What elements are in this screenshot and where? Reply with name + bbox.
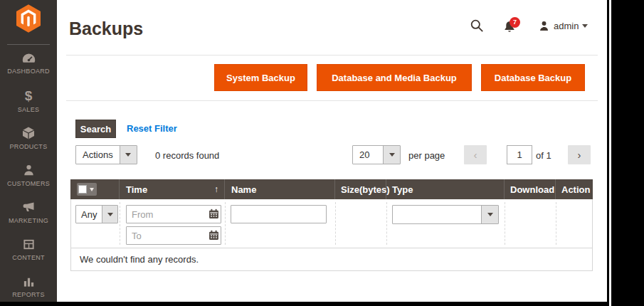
chevron-down-icon <box>90 188 94 191</box>
column-header-name[interactable]: Name <box>224 179 334 199</box>
grid-header-row: Time ↑ Name Size(bytes) Type Download Ac… <box>70 179 593 199</box>
column-header-label: Download <box>510 184 554 195</box>
database-media-backup-button[interactable]: Database and Media Backup <box>317 64 472 91</box>
column-header-label: Action <box>561 184 590 195</box>
sidebar-item-label: DASHBOARD <box>7 68 50 75</box>
select-all-column-header <box>70 179 119 199</box>
admin-account-menu[interactable]: admin <box>538 20 588 32</box>
chevron-down-icon <box>107 213 113 216</box>
select-all-checkbox[interactable] <box>78 185 87 194</box>
sidebar-item-reports[interactable]: REPORTS <box>0 273 57 302</box>
sidebar: DASHBOARD $ SALES PRODUCTS CUSTOMERS <box>0 0 57 302</box>
column-header-time[interactable]: Time ↑ <box>119 179 224 199</box>
actions-dropdown[interactable]: Actions <box>75 145 137 164</box>
per-page-select[interactable]: 20 <box>352 145 401 164</box>
dollar-icon: $ <box>25 88 33 104</box>
name-filter-input[interactable] <box>231 205 327 223</box>
system-backup-button[interactable]: System Backup <box>214 64 307 91</box>
chevron-down-icon <box>582 24 588 28</box>
sidebar-item-label: CUSTOMERS <box>7 180 50 187</box>
column-header-download[interactable]: Download <box>504 179 555 199</box>
user-avatar-icon <box>538 20 550 32</box>
chevron-down-icon <box>389 153 395 157</box>
column-header-label: Size(bytes) <box>341 184 390 195</box>
page-title: Backups <box>69 19 143 39</box>
records-found-text: 0 records found <box>155 150 219 161</box>
column-divider <box>120 202 120 245</box>
search-icon[interactable] <box>470 19 484 33</box>
mass-select-filter-value: Any <box>76 206 102 223</box>
reset-filter-link[interactable]: Reset Filter <box>127 123 177 134</box>
sidebar-item-sales[interactable]: $ SALES <box>0 88 57 122</box>
sort-ascending-icon[interactable]: ↑ <box>214 184 218 194</box>
mass-select-filter-dropdown[interactable]: Any <box>75 205 118 223</box>
gauge-icon <box>21 50 36 65</box>
chevron-down-icon <box>487 213 493 216</box>
layout-icon <box>22 236 36 252</box>
box-icon <box>21 125 36 141</box>
actions-dropdown-label: Actions <box>76 146 120 164</box>
sidebar-item-marketing[interactable]: MARKETING <box>0 199 57 233</box>
sidebar-item-customers[interactable]: CUSTOMERS <box>0 162 57 196</box>
column-divider <box>556 202 556 245</box>
sidebar-item-label: CONTENT <box>12 254 45 261</box>
type-filter-select[interactable] <box>392 205 499 224</box>
per-page-label: per page <box>408 150 445 161</box>
database-backup-button[interactable]: Database Backup <box>481 64 585 91</box>
column-header-type[interactable]: Type <box>386 179 504 199</box>
header-divider <box>66 55 598 56</box>
admin-username: admin <box>554 21 579 31</box>
mass-select-filter-arrow[interactable] <box>102 206 117 223</box>
sidebar-item-content[interactable]: CONTENT <box>0 236 57 270</box>
time-from-filter-input[interactable] <box>126 205 221 223</box>
actions-dropdown-arrow[interactable] <box>120 146 137 164</box>
bar-chart-icon <box>22 273 36 289</box>
type-filter-arrow[interactable] <box>481 206 498 223</box>
screen: DASHBOARD $ SALES PRODUCTS CUSTOMERS <box>0 0 644 306</box>
column-header-label: Time <box>126 184 147 195</box>
sidebar-item-label: SALES <box>18 106 40 113</box>
column-divider <box>335 202 336 245</box>
admin-window: DASHBOARD $ SALES PRODUCTS CUSTOMERS <box>0 0 607 302</box>
page-count-label: of 1 <box>536 150 551 161</box>
column-header-action[interactable]: Action <box>555 179 593 199</box>
next-page-button[interactable]: › <box>568 145 591 164</box>
person-icon <box>22 162 36 178</box>
sidebar-item-label: PRODUCTS <box>10 143 48 150</box>
column-header-label: Type <box>392 184 413 195</box>
previous-page-button[interactable]: ‹ <box>464 145 487 164</box>
backups-grid: Time ↑ Name Size(bytes) Type Download Ac… <box>70 179 593 271</box>
sidebar-item-products[interactable]: PRODUCTS <box>0 125 57 159</box>
select-all-dropdown[interactable] <box>77 183 97 196</box>
chevron-down-icon <box>125 153 131 157</box>
notification-count-badge[interactable]: 7 <box>510 17 520 28</box>
column-divider <box>505 202 505 245</box>
column-header-label: Name <box>231 184 256 195</box>
empty-records-message: We couldn't find any records. <box>70 248 593 271</box>
buttons-divider <box>66 100 598 101</box>
column-divider <box>386 202 387 245</box>
grid-filter-row: Any <box>70 199 593 248</box>
sidebar-item-label: REPORTS <box>12 291 44 298</box>
per-page-arrow[interactable] <box>383 146 400 164</box>
search-button[interactable]: Search <box>75 120 116 138</box>
sidebar-item-dashboard[interactable]: DASHBOARD <box>0 50 57 84</box>
sidebar-divider <box>7 44 50 45</box>
calendar-icon[interactable] <box>208 209 219 219</box>
calendar-icon[interactable] <box>208 230 219 241</box>
page-number-input[interactable] <box>507 145 532 164</box>
screen-edge-line <box>609 0 611 306</box>
column-header-size[interactable]: Size(bytes) <box>334 179 386 199</box>
column-divider <box>225 202 226 245</box>
time-to-filter-input[interactable] <box>126 226 221 245</box>
per-page-value: 20 <box>353 146 383 164</box>
megaphone-icon <box>21 199 36 215</box>
magento-logo-icon[interactable] <box>16 4 41 33</box>
type-filter-value <box>393 206 481 223</box>
sidebar-item-label: MARKETING <box>9 217 48 224</box>
